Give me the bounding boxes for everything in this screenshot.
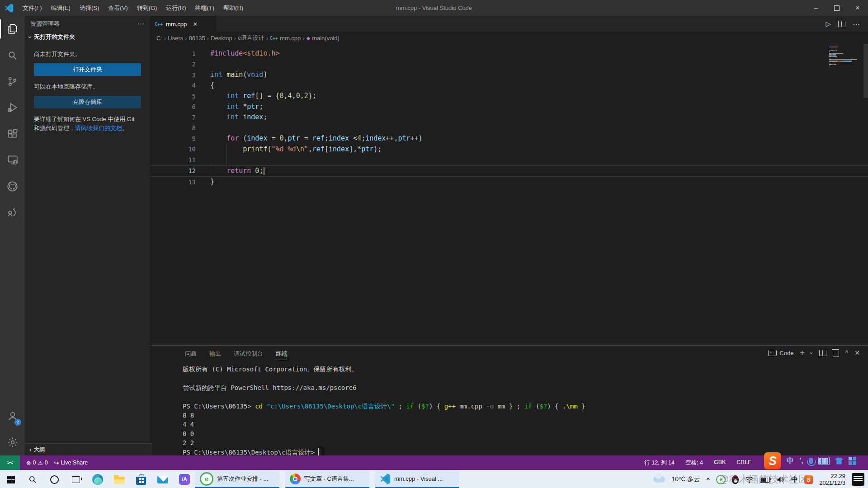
taskbar-search-icon[interactable] <box>22 470 43 488</box>
minimap[interactable] <box>829 47 862 67</box>
terminal-output[interactable]: 版权所有 (C) Microsoft Corporation。保留所有权利。 尝… <box>150 362 868 457</box>
new-terminal-icon[interactable]: + <box>800 348 804 357</box>
code-line[interactable]: 6 int *ptr; <box>150 102 868 113</box>
ime-skin-icon[interactable] <box>835 458 843 465</box>
breadcrumb-item[interactable]: Desktop <box>211 35 232 42</box>
terminal-profile[interactable]: >_ Code <box>768 350 793 357</box>
minimize-icon[interactable]: ─ <box>806 0 826 16</box>
split-editor-icon[interactable] <box>838 21 845 27</box>
code-line[interactable]: 5 int ref[] = {8,4,0,2}; <box>150 91 868 102</box>
breadcrumb-item[interactable]: mm.cpp <box>280 35 301 42</box>
terminal-dropdown-icon[interactable]: › <box>808 352 815 354</box>
encoding[interactable]: GBK <box>714 459 726 467</box>
close-icon[interactable]: ✕ <box>847 0 868 16</box>
search-icon[interactable] <box>0 42 25 68</box>
code-line[interactable]: 3int main(void) <box>150 70 868 80</box>
task-view-icon[interactable] <box>65 470 87 488</box>
more-actions-icon[interactable]: ⋯ <box>137 20 145 28</box>
breadcrumb[interactable]: C:›Users›86135›Desktop›c语言设计›C++mm.cpp›◆… <box>150 32 868 44</box>
open-folder-button[interactable]: 打开文件夹 <box>34 63 141 76</box>
settings-gear-icon[interactable] <box>0 429 25 455</box>
tray-360-icon[interactable]: e <box>716 475 726 484</box>
menu-item-4[interactable]: 转到(G) <box>132 5 162 11</box>
remote-explorer-icon[interactable] <box>0 147 25 173</box>
section-no-folder[interactable]: › 无打开的文件夹 <box>25 32 150 42</box>
ime-toolbox-icon[interactable] <box>849 457 857 465</box>
tray-expand-icon[interactable]: ^ <box>707 476 710 483</box>
breadcrumb-item[interactable]: c语言设计 <box>238 34 264 42</box>
tray-qq-icon[interactable] <box>732 475 739 484</box>
taskbar-window-0[interactable]: e第五次作业安排 - ... <box>195 470 279 488</box>
kill-terminal-icon[interactable] <box>833 351 839 357</box>
ime-keyboard-icon[interactable] <box>818 457 830 465</box>
code-line[interactable]: 13} <box>150 177 868 188</box>
app-tile-icon[interactable]: /A <box>174 470 195 488</box>
panel-tab-终端[interactable]: 终端 <box>276 348 288 360</box>
breadcrumb-item[interactable]: C: <box>156 35 162 42</box>
remote-indicator[interactable]: >< <box>0 455 20 470</box>
menu-item-3[interactable]: 查看(V) <box>104 5 132 11</box>
accounts-icon[interactable]: 2 <box>0 403 25 429</box>
panel-tab-输出[interactable]: 输出 <box>209 348 221 360</box>
code-line[interactable]: 10 printf("%d %d\n",ref[index],*ptr); <box>150 144 868 155</box>
live-share-icon[interactable] <box>0 199 25 225</box>
explorer-icon[interactable] <box>0 16 25 42</box>
maximize-icon[interactable] <box>826 0 847 16</box>
cursor-position[interactable]: 行 12, 列 14 <box>644 459 675 467</box>
code-line[interactable]: 12 return 0; <box>150 165 868 177</box>
code-line[interactable]: 11 <box>150 155 868 165</box>
weather-icon[interactable] <box>653 476 665 483</box>
wifi-icon[interactable] <box>745 476 754 483</box>
menu-item-7[interactable]: 帮助(H) <box>219 5 248 11</box>
code-line[interactable]: 7 int index; <box>150 112 868 123</box>
start-button-icon[interactable] <box>0 470 22 488</box>
edge-icon[interactable] <box>87 470 108 488</box>
tray-sogou-icon[interactable]: S <box>804 475 813 484</box>
live-share-status[interactable]: ↪ Live Share <box>54 460 88 466</box>
code-line[interactable]: 9 for (index = 0,ptr = ref;index <4;inde… <box>150 133 868 144</box>
code-line[interactable]: 2 <box>150 59 868 70</box>
ime-mode-icon[interactable]: 中 <box>787 456 794 466</box>
eol[interactable]: CRLF <box>736 459 751 467</box>
docs-link[interactable]: 请阅读我们的文档 <box>75 125 122 131</box>
run-file-icon[interactable]: ▷ <box>826 20 831 28</box>
ime-punct-icon[interactable]: ’, <box>799 457 803 465</box>
ms-store-icon[interactable] <box>130 470 152 488</box>
taskbar-window-2[interactable]: mm.cpp - Visual ... <box>375 470 459 488</box>
tab-mm-cpp[interactable]: C++ mm.cpp ✕ <box>150 16 216 32</box>
panel-tab-调试控制台[interactable]: 调试控制台 <box>234 348 263 360</box>
close-panel-icon[interactable]: ✕ <box>854 349 860 357</box>
menu-item-6[interactable]: 终端(T) <box>190 5 219 11</box>
code-line[interactable]: 4{ <box>150 80 868 91</box>
panel-tab-问题[interactable]: 问题 <box>185 348 197 360</box>
battery-icon[interactable] <box>760 477 770 483</box>
mail-icon[interactable] <box>152 470 174 488</box>
outline-section[interactable]: › 大纲 <box>25 443 152 455</box>
editor-scrollbar[interactable] <box>863 44 868 98</box>
sogou-logo-icon[interactable]: S <box>764 452 781 469</box>
file-explorer-icon[interactable] <box>108 470 130 488</box>
tab-close-icon[interactable]: ✕ <box>193 21 198 28</box>
ime-mic-icon[interactable] <box>809 458 813 464</box>
tray-ime-icon[interactable]: 中 <box>791 475 798 484</box>
breadcrumb-item[interactable]: main(void) <box>312 35 340 42</box>
code-editor[interactable]: 1#include<stdio.h>23int main(void)4{5 in… <box>150 44 868 345</box>
cortana-icon[interactable] <box>43 470 65 488</box>
action-center-icon[interactable]: 3 <box>852 473 864 486</box>
run-debug-icon[interactable] <box>0 94 25 121</box>
code-line[interactable]: 1#include<stdio.h> <box>150 48 868 59</box>
github-icon[interactable] <box>0 173 25 199</box>
clone-repo-button[interactable]: 克隆存储库 <box>34 96 141 108</box>
menu-item-0[interactable]: 文件(F) <box>18 5 47 11</box>
breadcrumb-item[interactable]: Users <box>168 35 183 42</box>
volume-icon[interactable] <box>776 476 785 483</box>
menu-item-1[interactable]: 编辑(E) <box>47 5 75 11</box>
editor-more-icon[interactable]: ⋯ <box>853 20 860 28</box>
indentation[interactable]: 空格: 4 <box>685 459 703 467</box>
menu-item-2[interactable]: 选择(S) <box>75 5 104 11</box>
tray-clock[interactable]: 22:29 2021/12/3 <box>819 473 845 486</box>
menu-item-5[interactable]: 运行(R) <box>161 5 190 11</box>
split-terminal-icon[interactable] <box>819 350 826 356</box>
source-control-icon[interactable] <box>0 68 25 94</box>
extensions-icon[interactable] <box>0 121 25 147</box>
